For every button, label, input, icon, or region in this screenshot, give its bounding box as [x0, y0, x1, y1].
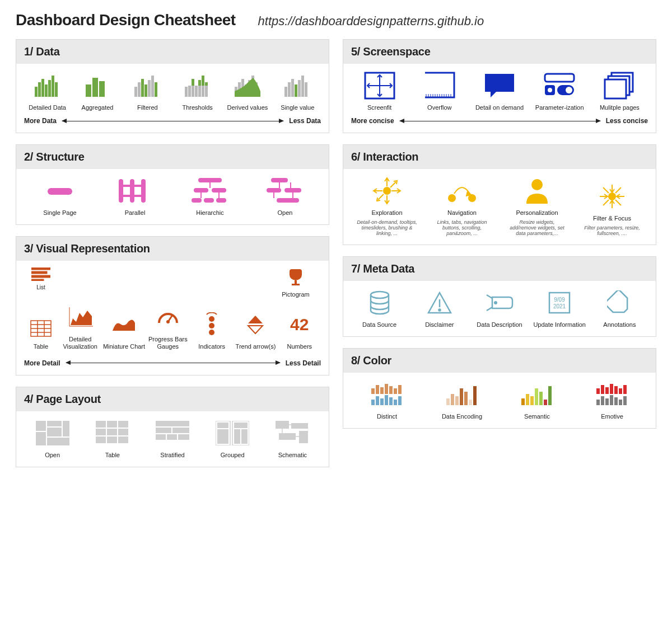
svg-point-163 [371, 292, 389, 298]
data-item-thresholds: Thresholds [174, 71, 221, 111]
data-encoding-color-icon [445, 379, 479, 410]
detailed-viz-icon [66, 302, 94, 332]
svg-rect-0 [35, 87, 38, 97]
svg-rect-47 [134, 185, 141, 187]
svg-rect-55 [216, 198, 226, 203]
vr-detailed: Detailed Visualization [59, 302, 101, 350]
svg-rect-182 [385, 395, 388, 405]
filtered-icon [134, 71, 160, 101]
section-data-title: 1/ Data [16, 40, 329, 64]
int-filter: Filter & Focus Filter parameters, resize… [576, 181, 648, 237]
data-item-detailed: Detailed Data [24, 71, 71, 111]
svg-rect-115 [291, 423, 308, 429]
overflow-icon [424, 71, 455, 101]
svg-point-144 [384, 187, 390, 194]
section-screenspace-title: 5/ Screenspace [343, 40, 656, 64]
section-color: 8/ Color Distinct [343, 348, 656, 429]
svg-rect-8 [92, 78, 98, 97]
svg-rect-2 [41, 79, 44, 97]
svg-rect-50 [198, 178, 222, 182]
section-visualrep: 3/ Visual Representation List [16, 236, 329, 375]
table-icon [30, 317, 52, 340]
svg-rect-3 [45, 85, 48, 97]
svg-rect-88 [63, 421, 69, 436]
section-metadata-title: 7/ Meta Data [343, 257, 656, 281]
svg-rect-65 [273, 193, 274, 198]
svg-rect-39 [301, 76, 304, 97]
navigation-icon [444, 176, 480, 206]
svg-rect-195 [530, 396, 534, 405]
svg-rect-208 [601, 396, 604, 405]
svg-rect-116 [279, 433, 296, 440]
svg-rect-169 [549, 293, 570, 313]
section-pagelayout-title: 4/ Page Layout [16, 387, 329, 411]
svg-rect-117 [299, 431, 308, 443]
hierarchic-icon [190, 176, 230, 206]
svg-rect-18 [188, 86, 191, 97]
parallel-icon [115, 176, 155, 206]
ss-multipage: Mulitple pages [591, 71, 648, 111]
section-metadata: 7/ Meta Data Data Source [343, 256, 656, 337]
color-distinct: Distinct [351, 379, 423, 420]
svg-line-161 [603, 187, 609, 193]
color-emotive: Emotive [576, 379, 648, 420]
svg-line-168 [487, 307, 492, 311]
page-title: Dashboard Design Cheatsheet [16, 11, 236, 29]
layout-schematic: Schematic [264, 418, 321, 459]
svg-rect-12 [148, 80, 151, 97]
screenfit-icon [364, 71, 395, 101]
section-interaction-title: 6/ Interaction [343, 145, 656, 169]
data-item-aggregated: Aggregated [74, 71, 120, 111]
data-scale: More Data Less Data [24, 117, 321, 125]
svg-rect-172 [371, 388, 375, 394]
md-disclaimer: Disclaimer [411, 288, 468, 328]
distinct-color-icon [370, 379, 404, 410]
svg-rect-136 [545, 74, 574, 82]
svg-point-152 [469, 195, 475, 201]
svg-rect-48 [123, 195, 130, 197]
md-annotations: Annotations [591, 288, 648, 328]
update-info-icon: 9/092021 [547, 288, 572, 318]
svg-rect-38 [298, 80, 301, 97]
derived-icon [235, 71, 260, 101]
vr-pictogram: Pictogram [276, 267, 315, 298]
svg-rect-19 [192, 86, 194, 97]
svg-rect-11 [138, 82, 141, 97]
svg-rect-93 [107, 421, 117, 428]
svg-text:9/09: 9/09 [554, 297, 565, 303]
svg-rect-46 [123, 185, 130, 187]
svg-rect-213 [623, 396, 627, 405]
svg-rect-21 [198, 86, 201, 97]
svg-rect-202 [605, 387, 609, 394]
svg-rect-114 [276, 421, 289, 429]
md-source: Data Source [351, 288, 408, 328]
svg-point-153 [531, 179, 543, 190]
section-visualrep-title: 3/ Visual Representation [16, 237, 329, 261]
svg-rect-1 [38, 82, 41, 97]
pictogram-icon [287, 267, 304, 288]
vr-indicators: Indicators [190, 309, 233, 350]
svg-rect-184 [394, 400, 397, 405]
svg-rect-187 [451, 394, 454, 405]
svg-rect-24 [192, 79, 194, 86]
svg-rect-185 [398, 396, 402, 405]
svg-rect-197 [539, 392, 543, 405]
svg-rect-106 [178, 434, 189, 440]
svg-rect-87 [47, 421, 62, 426]
svg-line-159 [615, 187, 621, 193]
svg-rect-59 [271, 178, 288, 182]
layout-stratified-icon [156, 418, 189, 448]
svg-rect-20 [195, 86, 198, 97]
personalization-icon [522, 176, 552, 206]
svg-rect-68 [31, 271, 47, 274]
svg-rect-191 [469, 400, 472, 405]
svg-rect-61 [284, 188, 301, 193]
svg-rect-143 [605, 79, 626, 98]
svg-rect-98 [96, 436, 106, 443]
svg-line-160 [603, 200, 609, 205]
svg-rect-111 [234, 423, 248, 428]
detail-demand-icon [484, 71, 515, 101]
aggregated-icon [85, 71, 110, 101]
svg-rect-45 [141, 179, 146, 203]
svg-rect-177 [394, 388, 397, 394]
